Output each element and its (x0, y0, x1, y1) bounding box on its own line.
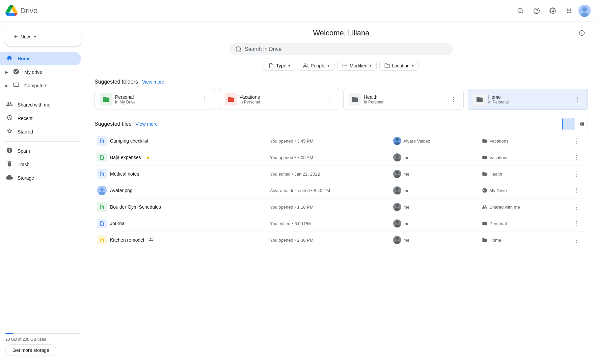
search-labs-button[interactable] (514, 4, 527, 18)
sidebar-item-computers[interactable]: ▶ Computers (0, 79, 81, 92)
location-folder-icon (482, 237, 487, 243)
file-person: me (393, 170, 477, 178)
personal-folder-menu-icon[interactable]: ⋮ (200, 94, 209, 104)
filter-modified-label: Modified (350, 63, 368, 68)
sidebar-item-shared[interactable]: Shared with me (0, 98, 81, 112)
svg-point-29 (396, 187, 399, 191)
file-menu-button[interactable]: ⋮ (571, 235, 583, 245)
person-avatar (393, 203, 401, 211)
folder-card-home[interactable]: Home In Personal ⋮ (468, 89, 588, 110)
storage-section: 20 GB of 200 GB used Get more storage (0, 328, 86, 361)
apps-button[interactable] (562, 4, 576, 18)
doc-icon (97, 169, 107, 179)
avatar-image (578, 5, 591, 17)
sidebar-item-label-storage: Storage (18, 175, 34, 181)
file-location: Shared with me (482, 204, 565, 210)
new-button-label: New (21, 34, 30, 39)
svg-rect-16 (343, 64, 347, 68)
file-menu-button[interactable]: ⋮ (571, 136, 583, 146)
folders-view-more-link[interactable]: View more (142, 79, 164, 85)
sidebar-item-label-trash: Trash (18, 162, 29, 167)
file-location-label: Health (489, 172, 502, 177)
file-menu-button[interactable]: ⋮ (571, 169, 583, 179)
file-person: me (393, 219, 477, 228)
suggested-files-section: Suggested files View more (94, 118, 588, 248)
location-folder-icon (482, 221, 487, 226)
table-row[interactable]: Journal You edited • 6:00 PM me (94, 215, 588, 232)
grid-view-toggle[interactable] (576, 118, 588, 130)
help-button[interactable] (530, 4, 543, 18)
file-person: me (393, 203, 477, 211)
list-view-toggle[interactable] (562, 118, 574, 130)
table-row[interactable]: Baja expenses ★ You opened • 7:05 AM me (94, 149, 588, 166)
file-person: Alvaro Valdez (393, 137, 477, 145)
filter-people-button[interactable]: People ▾ (298, 61, 334, 71)
file-modified-text: You opened • 1:10 PM (270, 205, 314, 210)
person-avatar (393, 236, 401, 244)
folder-card-health[interactable]: Health In Personal ⋮ (343, 89, 464, 110)
svg-point-31 (396, 204, 399, 207)
my-drive-icon (12, 68, 20, 77)
home-folder-name: Home (488, 94, 571, 100)
get-more-storage-button[interactable]: Get more storage (5, 344, 56, 356)
file-location-label: Home (489, 238, 501, 243)
info-button[interactable] (576, 27, 588, 39)
person-avatar (393, 186, 401, 194)
new-plus-icon: + (13, 32, 18, 41)
file-modified-text: You opened • 2:30 PM (270, 238, 314, 243)
folder-card-vacations[interactable]: Vacations In Personal ⋮ (219, 89, 340, 110)
search-bar[interactable] (230, 43, 453, 55)
file-location: My Drive (482, 188, 565, 193)
new-button[interactable]: + New ▾ (5, 27, 81, 47)
file-location-label: My Drive (489, 188, 507, 193)
folder-card-personal[interactable]: Personal In My Drive ⋮ (94, 89, 215, 110)
sidebar-item-starred[interactable]: Starred (0, 125, 81, 139)
table-row[interactable]: Avatar.png Alvaro Valdez edited • 8:40 P… (94, 182, 588, 199)
file-menu-button[interactable]: ⋮ (571, 186, 583, 195)
filter-type-button[interactable]: Type ▾ (264, 61, 295, 71)
sidebar-item-storage[interactable]: Storage (0, 171, 81, 185)
sidebar-item-recent[interactable]: Recent (0, 112, 81, 125)
file-menu-button[interactable]: ⋮ (571, 202, 583, 212)
sidebar-item-my-drive[interactable]: ▶ My drive (0, 65, 81, 79)
file-menu-button[interactable]: ⋮ (571, 153, 583, 162)
drive-logo-icon (5, 5, 18, 17)
file-menu-button[interactable]: ⋮ (571, 219, 583, 228)
home-folder-menu-icon[interactable]: ⋮ (573, 94, 582, 104)
filter-modified-button[interactable]: Modified ▾ (337, 61, 377, 71)
table-row[interactable]: Camping checklist You opened • 3:45 PM (94, 133, 588, 149)
vacations-folder-menu-icon[interactable]: ⋮ (325, 94, 333, 104)
location-shared-icon (482, 204, 487, 210)
sidebar-item-spam[interactable]: Spam (0, 144, 81, 158)
home-folder-info: Home In Personal (488, 94, 571, 104)
filter-type-label: Type (276, 63, 286, 68)
table-row[interactable]: Kitchen remodel You opened • 2:30 PM (94, 232, 588, 248)
search-container (94, 43, 588, 55)
file-location: Vacations (482, 155, 565, 160)
user-avatar[interactable] (578, 5, 591, 17)
location-folder-icon (482, 171, 487, 177)
svg-point-6 (552, 10, 554, 11)
table-row[interactable]: Medical notes You edited • Jan 22, 2022 … (94, 166, 588, 182)
person-avatar (393, 137, 401, 145)
svg-line-1 (522, 12, 523, 13)
table-row[interactable]: Boulder Gym Schedules You opened • 1:10 … (94, 199, 588, 215)
file-name-label: Baja expenses (110, 155, 141, 160)
sidebar-item-trash[interactable]: Trash (0, 158, 81, 171)
person-name: me (403, 188, 409, 193)
folders-grid: Personal In My Drive ⋮ Vacations In Pers… (94, 89, 588, 110)
search-input[interactable] (245, 46, 447, 52)
svg-point-22 (396, 154, 399, 158)
filter-location-button[interactable]: Location ▾ (379, 61, 419, 71)
health-folder-menu-icon[interactable]: ⋮ (449, 94, 458, 104)
file-name-label: Kitchen remodel (110, 237, 144, 243)
settings-button[interactable] (546, 4, 560, 18)
sidebar-item-label-recent: Recent (18, 116, 32, 121)
sidebar-item-home[interactable]: Home (0, 52, 81, 65)
file-name-cell: Avatar.png (97, 186, 265, 195)
filter-location-label: Location (392, 63, 410, 68)
sheet-icon (97, 202, 107, 212)
location-filter-icon (384, 63, 390, 68)
svg-point-25 (394, 175, 400, 178)
files-view-more-link[interactable]: View more (135, 121, 158, 127)
